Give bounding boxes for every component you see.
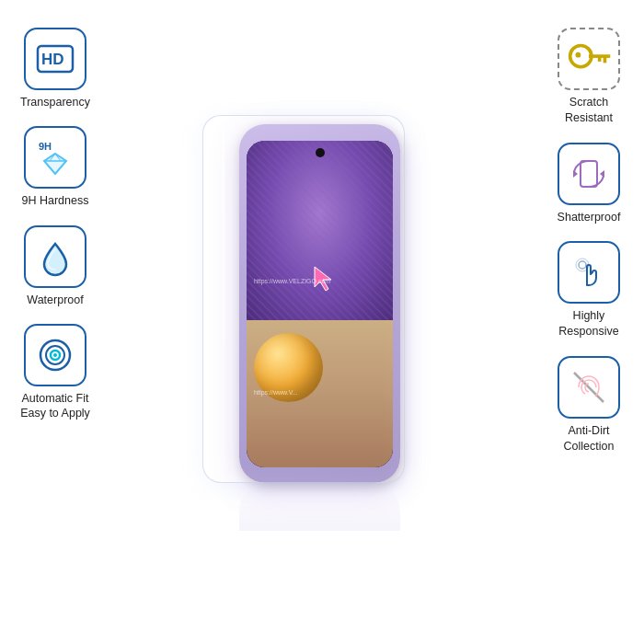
auto-fit-label: Automatic Fit Easy to Apply [20, 391, 90, 421]
auto-fit-icon-box [24, 324, 86, 386]
svg-text:HD: HD [41, 51, 64, 68]
shatterproof-icon-box [558, 143, 620, 205]
hd-icon-box: HD [24, 28, 86, 90]
responsive-icon-box [558, 241, 620, 304]
svg-point-20 [579, 261, 586, 269]
feature-waterproof: Waterproof [24, 225, 86, 307]
svg-marker-18 [573, 170, 578, 178]
shatterproof-label: Shatterproof [558, 210, 621, 224]
9h-diamond-icon: 9H [35, 137, 75, 178]
anti-dirt-icon-box [558, 356, 620, 419]
responsive-label: HighlyResponsive [558, 308, 618, 339]
glass-highlight [222, 134, 224, 466]
left-features: HD Transparency 9H 9H Hardness [0, 28, 110, 420]
svg-marker-4 [44, 154, 66, 174]
phone-body: https://www.VELZIGO.com https://www.V... [239, 124, 400, 483]
svg-marker-19 [600, 170, 604, 178]
feature-9h-hardness: 9H 9H Hardness [22, 126, 89, 208]
center-phone-area: https://www.VELZIGO.com https://www.V... [156, 9, 488, 635]
droplet-icon [35, 236, 75, 277]
svg-point-16 [575, 52, 581, 58]
svg-text:9H: 9H [39, 141, 52, 152]
waterproof-icon-box [24, 225, 86, 288]
hand-touch-icon [569, 252, 609, 293]
target-icon [35, 335, 75, 375]
main-container: HD Transparency 9H 9H Hardness [0, 0, 644, 644]
feature-hd-transparency: HD Transparency [20, 28, 90, 109]
fingerprint-icon [569, 367, 609, 408]
svg-point-11 [53, 353, 57, 357]
phone-screen: https://www.VELZIGO.com https://www.V... [247, 141, 393, 467]
feature-shatterproof: Shatterproof [558, 143, 621, 224]
watermark-text: https://www.VELZIGO.com [254, 278, 330, 284]
fabric-texture [247, 141, 393, 320]
9h-label: 9H Hardness [22, 193, 89, 208]
right-features: ScratchResistant Shatterproof [534, 28, 644, 454]
scratch-icon-box [558, 28, 620, 90]
anti-dirt-label: Anti-DirtCollection [564, 423, 615, 454]
phone-rotate-icon [569, 154, 609, 194]
scratch-label: ScratchResistant [565, 95, 613, 126]
waterproof-label: Waterproof [27, 293, 83, 307]
9h-icon-box: 9H [24, 126, 86, 189]
feature-anti-dirt: Anti-DirtCollection [558, 356, 620, 454]
phone-notch [316, 148, 325, 157]
hd-label: Transparency [20, 95, 90, 109]
phone-reflection [239, 485, 400, 531]
watermark-text2: https://www.V... [254, 389, 298, 396]
feature-scratch-resistant: ScratchResistant [558, 28, 620, 126]
feature-highly-responsive: HighlyResponsive [558, 241, 620, 339]
hd-icon: HD [35, 39, 75, 79]
svg-point-12 [570, 45, 592, 66]
svg-rect-17 [581, 161, 597, 187]
key-icon [559, 29, 618, 88]
feature-auto-fit: Automatic Fit Easy to Apply [20, 324, 90, 421]
phone-wrapper: https://www.VELZIGO.com https://www.V... [230, 124, 414, 520]
